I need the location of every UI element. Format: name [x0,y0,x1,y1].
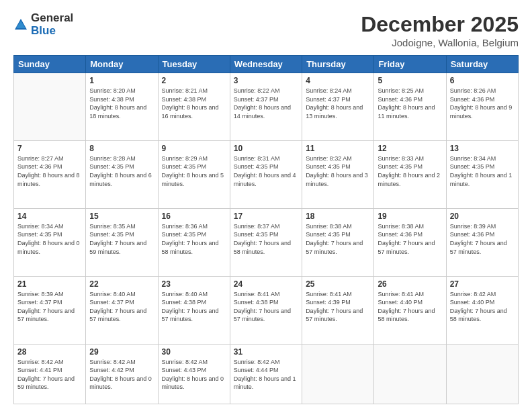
day-info: Sunrise: 8:32 AM Sunset: 4:35 PM Dayligh… [306,154,370,188]
day-number: 26 [378,279,442,289]
day-number: 9 [162,144,226,153]
day-cell: 30Sunrise: 8:42 AM Sunset: 4:43 PM Dayli… [158,344,230,404]
calendar-body: 1Sunrise: 8:20 AM Sunset: 4:38 PM Daylig… [14,73,519,404]
day-cell: 15Sunrise: 8:35 AM Sunset: 4:35 PM Dayli… [86,208,158,276]
logo-general: General [31,12,73,25]
day-cell: 20Sunrise: 8:39 AM Sunset: 4:36 PM Dayli… [446,208,518,276]
day-info: Sunrise: 8:33 AM Sunset: 4:35 PM Dayligh… [378,154,442,188]
day-info: Sunrise: 8:42 AM Sunset: 4:42 PM Dayligh… [89,358,154,392]
day-number: 4 [306,76,370,85]
page: General Blue December 2025 Jodoigne, Wal… [0,0,532,411]
week-row-5: 28Sunrise: 8:42 AM Sunset: 4:41 PM Dayli… [14,344,519,404]
day-cell: 21Sunrise: 8:39 AM Sunset: 4:37 PM Dayli… [14,276,86,344]
day-cell: 5Sunrise: 8:25 AM Sunset: 4:36 PM Daylig… [374,73,446,141]
day-info: Sunrise: 8:41 AM Sunset: 4:39 PM Dayligh… [306,290,370,324]
day-cell [14,73,86,141]
day-number: 11 [306,144,370,153]
day-cell: 22Sunrise: 8:40 AM Sunset: 4:37 PM Dayli… [86,276,158,344]
calendar-header: Sunday Monday Tuesday Wednesday Thursday… [14,56,519,73]
col-friday: Friday [374,56,446,73]
day-info: Sunrise: 8:40 AM Sunset: 4:37 PM Dayligh… [89,290,154,324]
day-cell: 17Sunrise: 8:37 AM Sunset: 4:35 PM Dayli… [230,208,302,276]
day-cell: 6Sunrise: 8:26 AM Sunset: 4:36 PM Daylig… [446,73,518,141]
day-cell: 14Sunrise: 8:34 AM Sunset: 4:35 PM Dayli… [14,208,86,276]
day-info: Sunrise: 8:42 AM Sunset: 4:41 PM Dayligh… [17,358,82,392]
day-number: 7 [17,144,82,153]
day-cell: 10Sunrise: 8:31 AM Sunset: 4:35 PM Dayli… [230,140,302,208]
day-cell: 23Sunrise: 8:40 AM Sunset: 4:38 PM Dayli… [158,276,230,344]
day-cell: 9Sunrise: 8:29 AM Sunset: 4:35 PM Daylig… [158,140,230,208]
day-info: Sunrise: 8:28 AM Sunset: 4:35 PM Dayligh… [89,154,154,188]
day-number: 20 [450,212,515,221]
day-cell: 11Sunrise: 8:32 AM Sunset: 4:35 PM Dayli… [302,140,374,208]
day-cell: 12Sunrise: 8:33 AM Sunset: 4:35 PM Dayli… [374,140,446,208]
day-info: Sunrise: 8:34 AM Sunset: 4:35 PM Dayligh… [450,154,515,188]
day-info: Sunrise: 8:35 AM Sunset: 4:35 PM Dayligh… [89,222,154,256]
day-number: 6 [450,76,515,85]
day-number: 29 [89,347,154,357]
week-row-1: 1Sunrise: 8:20 AM Sunset: 4:38 PM Daylig… [14,73,519,141]
day-info: Sunrise: 8:36 AM Sunset: 4:35 PM Dayligh… [162,222,226,256]
logo-text: General Blue [31,12,73,37]
col-thursday: Thursday [302,56,374,73]
day-number: 25 [306,279,370,289]
day-number: 12 [378,144,442,153]
day-info: Sunrise: 8:25 AM Sunset: 4:36 PM Dayligh… [378,87,442,120]
day-number: 10 [234,144,298,153]
header: General Blue December 2025 Jodoigne, Wal… [13,12,519,48]
week-row-4: 21Sunrise: 8:39 AM Sunset: 4:37 PM Dayli… [14,276,519,344]
day-info: Sunrise: 8:20 AM Sunset: 4:38 PM Dayligh… [89,87,154,120]
day-number: 8 [89,144,154,153]
day-cell: 31Sunrise: 8:42 AM Sunset: 4:44 PM Dayli… [230,344,302,404]
day-number: 5 [378,76,442,85]
day-info: Sunrise: 8:27 AM Sunset: 4:36 PM Dayligh… [17,154,82,188]
day-info: Sunrise: 8:41 AM Sunset: 4:40 PM Dayligh… [378,290,442,324]
day-info: Sunrise: 8:41 AM Sunset: 4:38 PM Dayligh… [234,290,298,324]
day-cell [446,344,518,404]
day-cell: 3Sunrise: 8:22 AM Sunset: 4:37 PM Daylig… [230,73,302,141]
day-cell: 24Sunrise: 8:41 AM Sunset: 4:38 PM Dayli… [230,276,302,344]
day-number: 2 [162,76,226,85]
day-cell: 29Sunrise: 8:42 AM Sunset: 4:42 PM Dayli… [86,344,158,404]
day-cell: 25Sunrise: 8:41 AM Sunset: 4:39 PM Dayli… [302,276,374,344]
day-info: Sunrise: 8:29 AM Sunset: 4:35 PM Dayligh… [162,154,226,188]
day-cell: 13Sunrise: 8:34 AM Sunset: 4:35 PM Dayli… [446,140,518,208]
day-number: 18 [306,212,370,221]
day-info: Sunrise: 8:38 AM Sunset: 4:35 PM Dayligh… [306,222,370,256]
day-info: Sunrise: 8:21 AM Sunset: 4:38 PM Dayligh… [162,87,226,120]
calendar-subtitle: Jodoigne, Wallonia, Belgium [361,37,519,48]
day-info: Sunrise: 8:22 AM Sunset: 4:37 PM Dayligh… [234,87,298,120]
col-wednesday: Wednesday [230,56,302,73]
day-number: 28 [17,347,82,357]
day-number: 24 [234,279,298,289]
calendar-table: Sunday Monday Tuesday Wednesday Thursday… [13,55,519,404]
day-number: 15 [89,212,154,221]
day-cell: 8Sunrise: 8:28 AM Sunset: 4:35 PM Daylig… [86,140,158,208]
day-info: Sunrise: 8:34 AM Sunset: 4:35 PM Dayligh… [17,222,82,256]
logo-icon [13,17,28,32]
day-info: Sunrise: 8:31 AM Sunset: 4:35 PM Dayligh… [234,154,298,188]
day-number: 1 [89,76,154,85]
day-number: 3 [234,76,298,85]
day-number: 27 [450,279,515,289]
col-monday: Monday [86,56,158,73]
day-number: 17 [234,212,298,221]
day-cell: 1Sunrise: 8:20 AM Sunset: 4:38 PM Daylig… [86,73,158,141]
calendar-title: December 2025 [361,12,519,37]
week-row-3: 14Sunrise: 8:34 AM Sunset: 4:35 PM Dayli… [14,208,519,276]
day-number: 13 [450,144,515,153]
day-cell [374,344,446,404]
day-info: Sunrise: 8:24 AM Sunset: 4:37 PM Dayligh… [306,87,370,120]
day-info: Sunrise: 8:40 AM Sunset: 4:38 PM Dayligh… [162,290,226,324]
logo: General Blue [13,12,73,37]
day-info: Sunrise: 8:39 AM Sunset: 4:36 PM Dayligh… [450,222,515,256]
title-block: December 2025 Jodoigne, Wallonia, Belgiu… [361,12,519,48]
day-cell: 18Sunrise: 8:38 AM Sunset: 4:35 PM Dayli… [302,208,374,276]
day-number: 22 [89,279,154,289]
day-cell: 26Sunrise: 8:41 AM Sunset: 4:40 PM Dayli… [374,276,446,344]
day-number: 16 [162,212,226,221]
day-cell: 19Sunrise: 8:38 AM Sunset: 4:36 PM Dayli… [374,208,446,276]
svg-marker-1 [16,21,26,28]
week-row-2: 7Sunrise: 8:27 AM Sunset: 4:36 PM Daylig… [14,140,519,208]
day-info: Sunrise: 8:37 AM Sunset: 4:35 PM Dayligh… [234,222,298,256]
